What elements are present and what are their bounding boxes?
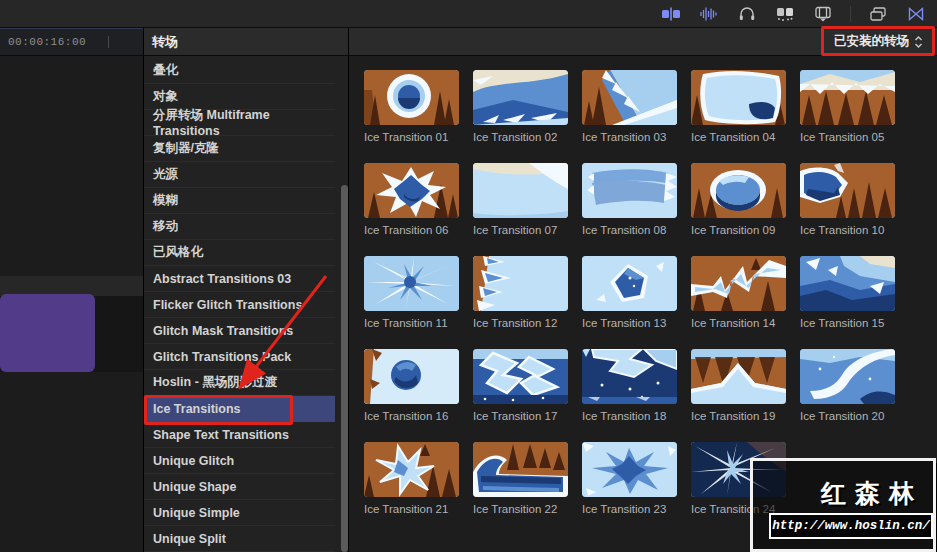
sidebar-item-已风格化[interactable]: 已风格化 xyxy=(144,240,335,266)
transition-thumbnail-3[interactable]: Ice Transition 03 xyxy=(582,70,677,143)
sidebar-item-复制器-克隆[interactable]: 复制器/克隆 xyxy=(144,136,335,162)
transition-thumbnail-16[interactable]: Ice Transition 16 xyxy=(364,349,459,422)
transition-preview-image[interactable] xyxy=(800,70,895,125)
transition-thumbnail-21[interactable]: Ice Transition 21 xyxy=(364,442,459,515)
transition-preview-image[interactable] xyxy=(691,349,786,404)
transition-preview-image[interactable] xyxy=(582,349,677,404)
transition-label: Ice Transition 23 xyxy=(582,503,677,515)
transition-label: Ice Transition 13 xyxy=(582,317,677,329)
timeline-panel xyxy=(0,56,143,552)
workspace-icon[interactable] xyxy=(867,5,889,23)
transition-thumbnail-5[interactable]: Ice Transition 05 xyxy=(800,70,895,143)
transition-preview-image[interactable] xyxy=(691,256,786,311)
transition-label: Ice Transition 14 xyxy=(691,317,786,329)
transition-label: Ice Transition 05 xyxy=(800,131,895,143)
transition-thumbnail-1[interactable]: Ice Transition 01 xyxy=(364,70,459,143)
sidebar-item-分屏转场-multiframe-transitions[interactable]: 分屏转场 Multiframe Transitions xyxy=(144,110,335,136)
timecode-panel: 00:00:16:00 xyxy=(0,28,143,56)
transition-preview-image[interactable] xyxy=(473,442,568,497)
installed-transitions-dropdown[interactable]: 已安装的转场 xyxy=(834,33,923,50)
transition-thumbnail-13[interactable]: Ice Transition 13 xyxy=(582,256,677,329)
transition-thumbnail-2[interactable]: Ice Transition 02 xyxy=(473,70,568,143)
transition-label: Ice Transition 16 xyxy=(364,410,459,422)
sidebar-item-glitch-transitions-pack[interactable]: Glitch Transitions Pack xyxy=(144,344,335,370)
toolbar-separator xyxy=(850,6,851,22)
sidebar-item-hoslin-黑场阴影过渡[interactable]: Hoslin - 黑场阴影过渡 xyxy=(144,370,335,396)
transition-thumbnail-4[interactable]: Ice Transition 04 xyxy=(691,70,786,143)
sidebar-item-unique-simple[interactable]: Unique Simple xyxy=(144,500,335,526)
transition-preview-image[interactable] xyxy=(473,349,568,404)
transition-preview-image[interactable] xyxy=(582,163,677,218)
transition-preview-image[interactable] xyxy=(800,256,895,311)
browser-header: 已安装的转场 xyxy=(348,28,937,56)
transition-thumbnail-17[interactable]: Ice Transition 17 xyxy=(473,349,568,422)
headphones-icon[interactable] xyxy=(736,5,758,23)
sidebar-item-unique-glitch[interactable]: Unique Glitch xyxy=(144,448,335,474)
transition-preview-image[interactable] xyxy=(364,442,459,497)
transition-thumbnail-15[interactable]: Ice Transition 15 xyxy=(800,256,895,329)
transition-label: Ice Transition 09 xyxy=(691,224,786,236)
app-window: 00:00:16:00 转场 已安装的转场 叠化对象分屏转场 Multifram… xyxy=(0,0,937,552)
transition-preview-image[interactable] xyxy=(364,256,459,311)
sidebar-scrollbar[interactable] xyxy=(341,185,348,552)
media-browser-icon[interactable] xyxy=(812,5,834,23)
transition-preview-image[interactable] xyxy=(473,70,568,125)
transition-thumbnail-14[interactable]: Ice Transition 14 xyxy=(691,256,786,329)
sidebar-item-unique-shape[interactable]: Unique Shape xyxy=(144,474,335,500)
sidebar-item-ice-transitions[interactable]: Ice Transitions xyxy=(144,396,335,422)
transition-preview-image[interactable] xyxy=(364,163,459,218)
transition-thumbnail-23[interactable]: Ice Transition 23 xyxy=(582,442,677,515)
transition-thumbnail-22[interactable]: Ice Transition 22 xyxy=(473,442,568,515)
transition-preview-image[interactable] xyxy=(473,163,568,218)
transition-thumbnail-7[interactable]: Ice Transition 07 xyxy=(473,163,568,236)
transition-preview-image[interactable] xyxy=(691,163,786,218)
timecode-tick xyxy=(108,36,109,48)
sidebar-item-abstract-transitions-03[interactable]: Abstract Transitions 03 xyxy=(144,266,335,292)
sidebar-item-光源[interactable]: 光源 xyxy=(144,162,335,188)
audio-waveform-icon[interactable] xyxy=(698,5,720,23)
transition-preview-image[interactable] xyxy=(691,70,786,125)
transition-thumbnail-11[interactable]: Ice Transition 11 xyxy=(364,256,459,329)
transition-label: Ice Transition 21 xyxy=(364,503,459,515)
transition-preview-image[interactable] xyxy=(582,442,677,497)
panel-title: 转场 xyxy=(144,33,178,51)
transition-thumbnail-20[interactable]: Ice Transition 20 xyxy=(800,349,895,422)
clip-skimmer-icon[interactable] xyxy=(660,5,682,23)
transition-thumbnail-9[interactable]: Ice Transition 09 xyxy=(691,163,786,236)
transition-label: Ice Transition 17 xyxy=(473,410,568,422)
transition-thumbnail-19[interactable]: Ice Transition 19 xyxy=(691,349,786,422)
chevron-up-down-icon xyxy=(914,35,923,49)
transition-preview-image[interactable] xyxy=(800,349,895,404)
effects-browser-icon[interactable] xyxy=(774,5,796,23)
transition-thumbnail-18[interactable]: Ice Transition 18 xyxy=(582,349,677,422)
transition-label: Ice Transition 10 xyxy=(800,224,895,236)
sidebar-item-模糊[interactable]: 模糊 xyxy=(144,188,335,214)
sidebar-item-移动[interactable]: 移动 xyxy=(144,214,335,240)
transition-label: Ice Transition 19 xyxy=(691,410,786,422)
transition-preview-image[interactable] xyxy=(364,349,459,404)
sidebar-item-unique-split[interactable]: Unique Split xyxy=(144,526,335,552)
transition-label: Ice Transition 01 xyxy=(364,131,459,143)
sidebar-item-叠化[interactable]: 叠化 xyxy=(144,58,335,84)
sidebar-category-list: 叠化对象分屏转场 Multiframe Transitions复制器/克隆光源模… xyxy=(144,58,335,552)
sidebar-item-glitch-mask-transitions[interactable]: Glitch Mask Transitions xyxy=(144,318,335,344)
watermark-url: http://www.hoslin.cn/ xyxy=(772,519,930,533)
transition-thumbnail-10[interactable]: Ice Transition 10 xyxy=(800,163,895,236)
transition-preview-image[interactable] xyxy=(800,163,895,218)
transition-label: Ice Transition 12 xyxy=(473,317,568,329)
transition-label: Ice Transition 08 xyxy=(582,224,677,236)
sidebar-item-shape-text-transitions[interactable]: Shape Text Transitions xyxy=(144,422,335,448)
transition-preview-image[interactable] xyxy=(582,70,677,125)
transition-thumbnail-6[interactable]: Ice Transition 06 xyxy=(364,163,459,236)
sidebar-item-flicker-glitch-transitions[interactable]: Flicker Glitch Transitions xyxy=(144,292,335,318)
transitions-browser-icon[interactable] xyxy=(905,5,927,23)
transition-thumbnail-12[interactable]: Ice Transition 12 xyxy=(473,256,568,329)
transition-preview-image[interactable] xyxy=(473,256,568,311)
transition-label: Ice Transition 07 xyxy=(473,224,568,236)
transition-preview-image[interactable] xyxy=(582,256,677,311)
transition-label: Ice Transition 20 xyxy=(800,410,895,422)
timeline-clip-purple[interactable] xyxy=(0,294,95,372)
transition-thumbnail-8[interactable]: Ice Transition 08 xyxy=(582,163,677,236)
watermark-title: 红森林 xyxy=(821,477,923,510)
transition-preview-image[interactable] xyxy=(364,70,459,125)
